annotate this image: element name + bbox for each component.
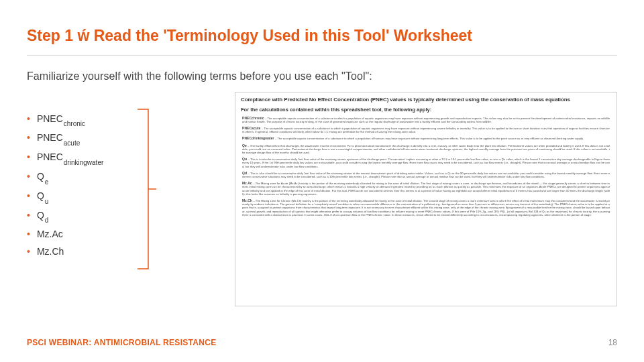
- term-subscript: u: [45, 198, 49, 205]
- doc-term-label: PNECdrinkingwater: [242, 136, 275, 140]
- footer-left: PSCI WEBINAR: ANTIMICROBIAL RESISTANCE: [27, 338, 217, 347]
- bullet-icon: •: [27, 114, 30, 123]
- doc-paragraph: PNECacute – The acceptable aquatic conce…: [235, 125, 616, 135]
- doc-term-label: Qe: [242, 143, 248, 147]
- term-label: Mz.Ch: [37, 246, 64, 257]
- term-item: •Qe: [27, 171, 154, 184]
- bullet-icon: •: [27, 191, 30, 200]
- doc-term-label: Mz.Ch: [242, 198, 253, 202]
- bracket-icon: [138, 105, 156, 273]
- doc-heading: Compliance with Predicted No Effect Conc…: [235, 93, 616, 104]
- page-number: 18: [608, 338, 617, 347]
- term-item: •Qd: [27, 210, 154, 223]
- bullet-icon: •: [27, 152, 30, 162]
- bracket-connector: [138, 105, 156, 273]
- term-label: PNECdrinkingwater: [37, 152, 103, 164]
- content-area: •PNECchronic•PNECacute•PNECdrinkingwater…: [27, 92, 617, 306]
- term-item: •Qu: [27, 190, 154, 203]
- slide-title: Step 1 ẃ Read the 'Terminology Used in t…: [27, 27, 617, 56]
- bullet-icon: •: [27, 133, 30, 142]
- doc-paragraph: Qe – The facility effluent flow that dis…: [235, 143, 616, 157]
- doc-paragraph: Qd – This is also should be a conservati…: [235, 170, 616, 180]
- bullet-icon: •: [27, 172, 30, 181]
- term-subscript: chronic: [64, 120, 85, 127]
- doc-paragraph: Qu – This is to also be a conservative d…: [235, 156, 616, 170]
- bullet-icon: •: [27, 229, 30, 239]
- term-label: Qe: [37, 171, 48, 184]
- term-tail: Ac: [52, 229, 62, 239]
- doc-body: PNECchronic – The acceptable aquatic con…: [235, 115, 616, 219]
- slide: Step 1 ẃ Read the 'Terminology Used in t…: [0, 0, 644, 362]
- term-label: PNECacute: [37, 132, 80, 145]
- doc-subheading: For the calculations contained within th…: [235, 104, 616, 115]
- intro-text: Familiarize yourself with the following …: [27, 70, 617, 82]
- term-label: Mz.Ac: [37, 229, 63, 239]
- doc-term-label: PNECchronic: [242, 116, 265, 120]
- doc-paragraph: PNECdrinkingwater – The acceptable aquat…: [235, 135, 616, 142]
- document-preview: Compliance with Predicted No Effect Conc…: [235, 92, 617, 306]
- term-subscript: e: [45, 178, 49, 186]
- term-item: •PNECacute: [27, 132, 154, 145]
- term-item: •PNECchronic: [27, 113, 154, 126]
- term-item: •PNECdrinkingwater: [27, 152, 154, 164]
- term-label: Qd: [37, 210, 48, 223]
- term-subscript: d: [45, 217, 49, 224]
- doc-paragraph: Mz.Ac – The Mixing zone for Acute (Mz.Ac…: [235, 180, 616, 198]
- term-item: •Mz.Ac: [27, 229, 154, 239]
- term-tail: Ch: [52, 246, 64, 257]
- terms-list: •PNECchronic•PNECacute•PNECdrinkingwater…: [27, 107, 154, 264]
- doc-term-label: Qd: [242, 171, 248, 175]
- doc-term-label: Mz.Ac: [242, 181, 253, 185]
- term-subscript: drinkingwater: [64, 159, 103, 166]
- doc-term-label: PNECacute: [242, 126, 262, 130]
- doc-paragraph: PNECchronic – The acceptable aquatic con…: [235, 115, 616, 125]
- term-item: •Mz.Ch: [27, 246, 154, 257]
- term-subscript: acute: [64, 139, 80, 147]
- footer: PSCI WEBINAR: ANTIMICROBIAL RESISTANCE 1…: [27, 338, 617, 347]
- doc-paragraph: Mz.Ch – The Mixing zone for Chronic (Mz.…: [235, 198, 616, 219]
- bullet-icon: •: [27, 210, 30, 220]
- term-label: Qu: [37, 190, 48, 203]
- bullet-icon: •: [27, 247, 30, 256]
- doc-term-label: Qu: [242, 157, 248, 161]
- term-label: PNECchronic: [37, 113, 85, 126]
